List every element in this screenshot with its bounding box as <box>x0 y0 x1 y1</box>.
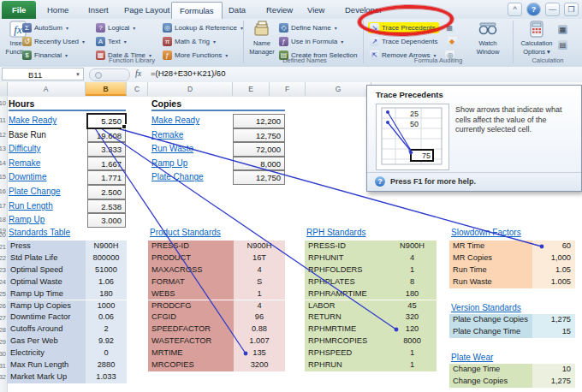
product-row-value[interactable]: 4 <box>234 264 285 276</box>
plate_wear-row-value[interactable]: 1,275 <box>532 376 575 388</box>
slowdown-row-value[interactable]: 1,000 <box>532 252 575 264</box>
error-checking-icon[interactable]: ◆ <box>448 37 457 46</box>
copies-row-value[interactable]: 8,000 <box>233 157 285 171</box>
ribbon-item-text[interactable]: AText▾ <box>96 36 127 47</box>
ribbon-item-trace-precedents[interactable]: ↘Trace Precedents▦ <box>368 22 454 33</box>
standards-row-label[interactable]: Optimal Waste <box>7 276 86 288</box>
rph-row-label[interactable]: RPHMRCOPIES <box>305 336 388 347</box>
help-button[interactable]: ? <box>526 3 541 16</box>
slowdown-row-value[interactable]: 1.05 <box>532 264 575 276</box>
version-row-value[interactable]: 15 <box>532 326 575 338</box>
rph-row-label[interactable]: RPHMRTIME <box>305 324 388 336</box>
product-row-label[interactable]: PRODCFG <box>148 300 234 312</box>
tab-file[interactable]: File <box>2 1 36 19</box>
minimize-window-button[interactable]: — <box>545 3 560 16</box>
column-header-D[interactable]: D <box>148 82 233 96</box>
slowdown-title[interactable]: Slowdown Factors <box>451 228 521 238</box>
product-row-label[interactable]: PRODUCT <box>148 252 234 264</box>
standards-row-label[interactable]: Electricity <box>7 347 86 359</box>
ribbon-item-logical[interactable]: ?Logical▾ <box>96 22 135 33</box>
product-row-label[interactable]: WASTEFACTOR <box>148 336 234 347</box>
ribbon-item-trace-dependents[interactable]: ↗Trace Dependents◆ <box>368 36 457 47</box>
minimize-ribbon-button[interactable]: ^ <box>508 3 522 16</box>
product-row-label[interactable]: MRTIME <box>148 347 234 359</box>
copies-row-label[interactable]: Run Waste <box>151 144 193 154</box>
product-row-value[interactable]: S <box>234 276 285 288</box>
rph-row-value[interactable]: 320 <box>388 312 436 324</box>
copies-row-value[interactable]: 72,000 <box>233 142 285 157</box>
restore-window-button[interactable]: ❐ <box>564 3 579 16</box>
rph-row-value[interactable]: 1 <box>388 264 436 276</box>
slowdown-row-label[interactable]: MR Time <box>449 241 532 252</box>
standards-row-value[interactable]: 1.033 <box>86 371 127 383</box>
row-header-30[interactable]: 30 <box>0 350 6 358</box>
fill-handle[interactable] <box>122 124 127 129</box>
product-row-label[interactable]: WEBS <box>148 288 234 300</box>
selected-cell-B11[interactable]: 5.250 <box>86 113 127 129</box>
tab-home[interactable]: Home <box>39 2 76 18</box>
row-header-27[interactable]: 27 <box>0 314 6 322</box>
product-row-label[interactable]: MAXACROSS <box>148 264 234 276</box>
show-formulas-icon[interactable]: ▦ <box>445 23 454 33</box>
product-row-value[interactable]: 135 <box>234 347 285 359</box>
product-row-label[interactable]: PRESS-ID <box>148 241 234 252</box>
slowdown-row-label[interactable]: MR Copies <box>449 252 532 264</box>
standards-row-value[interactable]: 2 <box>86 324 127 336</box>
plate_wear-row-value[interactable]: 10 <box>532 364 575 376</box>
row-header-22[interactable]: 22 <box>0 254 6 262</box>
standards-row-label[interactable]: Downtime Factor <box>7 312 86 324</box>
standards-row-value[interactable]: N900H <box>86 241 127 252</box>
tab-insert[interactable]: Insert <box>80 2 116 18</box>
slowdown-row-label[interactable]: Run Time <box>449 264 532 276</box>
plate_wear-row-label[interactable]: Change Time <box>449 364 532 376</box>
version-title[interactable]: Version Standards <box>451 303 521 313</box>
product-row-value[interactable]: 4 <box>234 300 285 312</box>
standards-row-value[interactable]: 0 <box>86 347 127 359</box>
ribbon-item-math-trig[interactable]: πMath & Trig▾ <box>163 36 216 47</box>
standards-row-value[interactable]: 51000 <box>86 264 127 276</box>
hours-row-value[interactable]: 1.667 <box>87 157 126 171</box>
standards-row-label[interactable]: Market Mark Up <box>7 371 86 383</box>
standards-row-value[interactable]: 800000 <box>86 252 127 264</box>
standards-row-label[interactable]: Std Plate Life <box>7 252 86 264</box>
column-header-C[interactable]: C <box>127 82 148 96</box>
row-header-26[interactable]: 26 <box>0 302 6 310</box>
rph-row-value[interactable]: 8000 <box>388 336 436 347</box>
rph-row-value[interactable]: 1 <box>388 347 436 359</box>
column-header-E[interactable]: E <box>233 82 270 96</box>
row-header-28[interactable]: 28 <box>0 326 6 334</box>
standards-row-label[interactable]: Optimal Speed <box>7 264 86 276</box>
copies-row-value[interactable]: 12,750 <box>233 170 285 185</box>
name-manager-button[interactable]: Name Manager <box>246 21 278 56</box>
slowdown-row-label[interactable]: Run Waste <box>449 276 532 288</box>
ribbon-item-recently-used[interactable]: ↺Recently Used▾ <box>22 36 85 47</box>
hours-row-label[interactable]: Base Run <box>9 130 46 140</box>
row-header-29[interactable]: 29 <box>0 338 6 346</box>
row-header-14[interactable]: 14 <box>0 159 6 167</box>
name-box-caret-icon[interactable]: ▼ <box>75 72 80 77</box>
plate_wear-title[interactable]: Plate Wear <box>451 353 493 363</box>
standards-row-value[interactable]: 2880 <box>86 359 127 371</box>
plate_wear-row-label[interactable]: Change Copies <box>449 376 532 388</box>
row-header-13[interactable]: 13 <box>0 145 6 152</box>
rph-title[interactable]: RPH Standards <box>306 228 365 238</box>
slowdown-row-value[interactable]: 60 <box>532 241 575 252</box>
version-row-label[interactable]: Plate Change Copies <box>449 314 532 326</box>
rph-row-value[interactable]: 180 <box>388 288 436 300</box>
product-title[interactable]: Product Standards <box>150 228 221 238</box>
product-row-label[interactable]: CFGID <box>148 312 234 324</box>
tab-review[interactable]: Review <box>258 2 300 18</box>
row-header-15[interactable]: 15 <box>0 173 6 181</box>
column-header-F[interactable]: F <box>270 82 306 96</box>
row-header-16[interactable]: 16 <box>0 187 6 195</box>
fx-icon[interactable]: fx <box>135 68 141 78</box>
row-header-31[interactable]: 31 <box>0 362 6 370</box>
hours-row-label[interactable]: Make Ready <box>9 116 56 126</box>
formula-input[interactable]: =(H28+E30+K21)/60 <box>151 68 225 78</box>
product-row-value[interactable]: 1.007 <box>234 336 285 347</box>
product-row-value[interactable]: 3200 <box>234 359 285 371</box>
row-header-25[interactable]: 25 <box>0 290 6 298</box>
row-header-24[interactable]: 24 <box>0 278 6 286</box>
row-header-11[interactable]: 11 <box>0 116 6 124</box>
formula-bar-buttons[interactable] <box>89 68 130 81</box>
